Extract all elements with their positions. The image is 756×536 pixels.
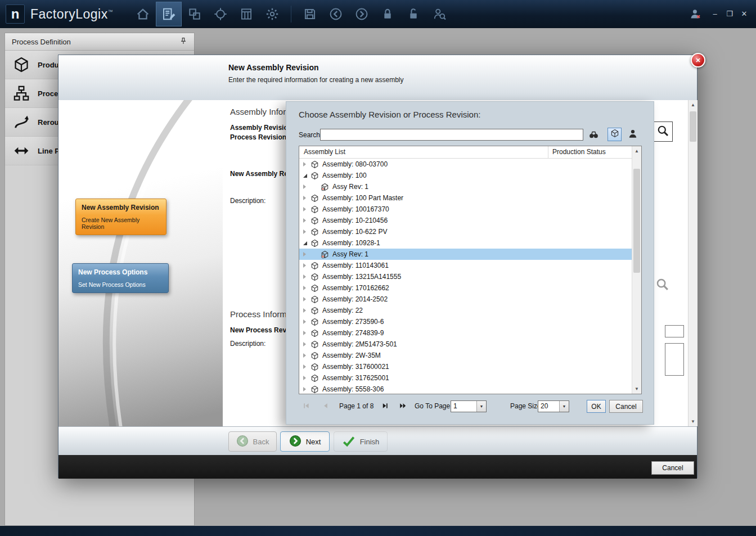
expander-collapsed-icon[interactable] [302,363,309,371]
scrollbar-thumb[interactable] [690,111,696,142]
expander-collapsed-icon[interactable] [302,318,309,326]
ok-button[interactable]: OK [587,400,606,413]
column-divider[interactable] [548,146,548,158]
person-filter-icon[interactable] [628,129,638,141]
expander-collapsed-icon[interactable] [302,273,309,281]
tree-row-assembly[interactable]: Assembly: 100 [299,170,632,181]
find-user-icon[interactable] [426,2,452,26]
expander-collapsed-icon[interactable] [302,352,309,359]
scroll-down-icon[interactable]: ▼ [632,384,641,394]
finish-button[interactable]: Finish [334,431,388,452]
expander-collapsed-icon[interactable] [302,217,309,224]
pager-last-icon[interactable] [399,402,407,412]
user-logout-icon[interactable] [684,2,706,26]
tree-row-assembly[interactable]: Assembly: 100167370 [299,204,632,215]
toolbar-separator [291,6,291,22]
search-input[interactable] [320,129,583,141]
home-icon[interactable] [130,2,156,26]
pager-first-icon[interactable] [302,402,310,412]
tree-row-assembly[interactable]: Assembly: 13215A141555 [299,271,632,282]
tree-row-assembly[interactable]: Assembly: 22 [299,305,632,316]
scrollbar-thumb[interactable] [633,169,640,273]
close-window-button[interactable]: ✕ [738,0,750,28]
minimize-button[interactable]: – [709,0,721,28]
tree-row-assembly[interactable]: Assembly: 10-622 PV [299,226,632,237]
expander-collapsed-icon[interactable] [302,228,309,236]
tree-row-assembly[interactable]: Assembly: 274839-9 [299,327,632,339]
scroll-up-icon[interactable]: ▲ [688,100,698,110]
dialog-close-icon[interactable]: ✕ [691,53,705,67]
new-process-revision-input[interactable] [665,325,684,337]
lock-icon[interactable] [375,2,400,26]
process-definition-icon[interactable] [156,2,182,26]
tree-row-label: Assembly: 274839-9 [322,329,384,337]
browse-assembly-button[interactable] [652,121,673,142]
dispatch-icon[interactable] [208,2,233,26]
next-button[interactable]: Next [280,431,330,452]
chevron-down-icon[interactable]: ▼ [559,401,569,412]
expander-collapsed-icon[interactable] [302,284,309,292]
wizard-step-2[interactable]: New Process OptionsSet New Process Optio… [72,263,169,293]
expander-collapsed-icon[interactable] [302,160,309,168]
production-icon[interactable] [182,2,208,26]
expander-expanded-icon[interactable] [302,239,309,247]
expander-collapsed-icon[interactable] [302,250,309,258]
chevron-down-icon[interactable]: ▼ [476,401,486,412]
assembly-filter-toggle[interactable] [608,128,622,141]
dialog-scrollbar[interactable]: ▲ ▼ [688,100,698,426]
tree-row-assembly[interactable]: Assembly: 317600021 [299,361,632,372]
expander-collapsed-icon[interactable] [302,374,309,382]
settings-gear-icon[interactable] [259,2,285,26]
unlock-icon[interactable] [400,2,426,26]
assembly-cube-icon [310,261,320,270]
expander-collapsed-icon[interactable] [302,194,309,202]
tree-row-revision[interactable]: Assy Rev: 1 [299,181,632,192]
expander-collapsed-icon[interactable] [302,205,309,213]
pager-previous-icon[interactable] [321,402,330,412]
tree-row-assembly[interactable]: Assembly: 2014-2502 [299,294,632,305]
tree-row-assembly[interactable]: Assembly: 10-210456 [299,215,632,226]
reports-icon[interactable] [233,2,259,26]
tree-row-assembly[interactable]: Assembly: 317625001 [299,372,632,384]
column-header-assembly-list[interactable]: Assembly List [304,148,345,156]
undo-icon[interactable] [323,2,349,26]
page-size-select[interactable]: 20 ▼ [538,400,569,412]
pager-next-icon[interactable] [381,402,389,412]
goto-page-select[interactable]: 1 ▼ [451,400,487,412]
tree-row-label: Assembly: 10928-1 [322,239,380,247]
expander-collapsed-icon[interactable] [302,183,309,191]
popup-cancel-button[interactable]: Cancel [609,400,643,413]
process-flow-icon [13,85,33,102]
dialog-cancel-button[interactable]: Cancel [651,461,694,475]
list-scrollbar[interactable]: ▲ ▼ [632,146,641,394]
expander-collapsed-icon[interactable] [302,262,309,269]
column-header-production-status[interactable]: Production Status [552,148,606,156]
tree-row-assembly[interactable]: Assembly: 100 Part Master [299,192,632,204]
scroll-up-icon[interactable]: ▲ [632,146,641,156]
tree-row-assembly[interactable]: Assembly: 2M51473-501 [299,339,632,350]
description-textarea[interactable] [665,343,684,376]
wizard-step-1[interactable]: New Assembly RevisionCreate New Assembly… [75,199,166,235]
scroll-down-icon[interactable]: ▼ [688,417,698,426]
maximize-button[interactable]: ❒ [723,0,736,28]
tree-row-assembly[interactable]: Assembly: 170162662 [299,282,632,294]
tree-row-assembly[interactable]: Assembly: 10928-1 [299,237,632,249]
back-button[interactable]: Back [228,431,277,452]
save-icon[interactable] [297,2,323,26]
expander-collapsed-icon[interactable] [302,385,309,393]
tree-row-assembly[interactable]: Assembly: 2W-35M [299,350,632,361]
tree-row-assembly[interactable]: Assembly: 273590-6 [299,316,632,327]
expander-expanded-icon[interactable] [302,172,309,179]
expander-collapsed-icon[interactable] [302,340,309,348]
binoculars-icon[interactable] [588,129,599,142]
tree-row-assembly[interactable]: Assembly: 080-03700 [299,159,632,170]
pin-icon[interactable] [179,37,187,47]
search-magnifier-small-icon[interactable] [656,278,669,293]
tree-row-revision[interactable]: Assy Rev: 1 [299,249,632,260]
tree-row-assembly[interactable]: Assembly: 5558-306 [299,384,632,394]
redo-icon[interactable] [349,2,375,26]
tree-row-assembly[interactable]: Assembly: 110143061 [299,260,632,271]
expander-collapsed-icon[interactable] [302,329,309,337]
expander-collapsed-icon[interactable] [302,295,309,303]
expander-collapsed-icon[interactable] [302,307,309,314]
